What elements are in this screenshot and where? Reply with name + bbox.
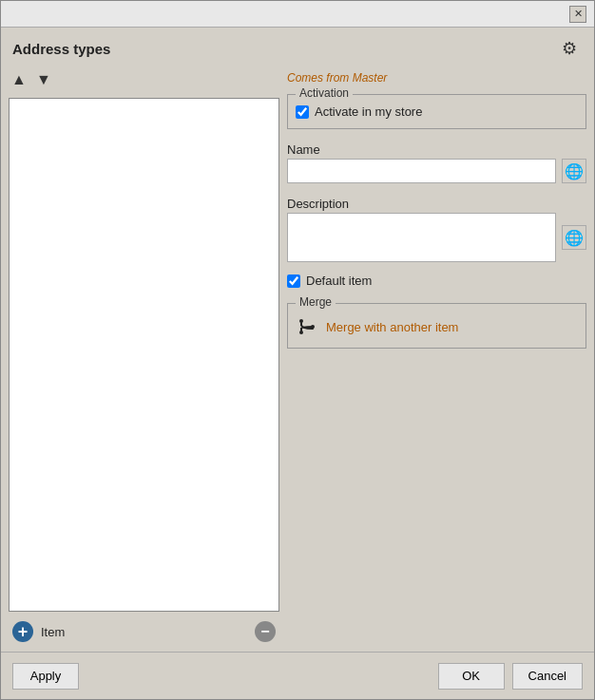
activation-group-title: Activation — [296, 86, 353, 100]
move-up-button[interactable]: ▲ — [9, 69, 29, 90]
description-label: Description — [287, 197, 586, 211]
name-globe-button[interactable]: 🌐 — [562, 159, 586, 183]
default-item-checkbox[interactable] — [287, 274, 300, 288]
list-actions: + Item − — [9, 615, 279, 648]
activation-group: Activation Activate in my store — [287, 94, 586, 129]
list-box[interactable] — [9, 98, 279, 612]
add-item-button[interactable]: + — [12, 621, 33, 642]
comes-from-master-label: Comes from Master — [287, 71, 586, 85]
apply-button[interactable]: Apply — [12, 663, 79, 690]
merge-text: Merge with another item — [326, 320, 458, 334]
right-panel: Comes from Master Activation Activate in… — [287, 69, 586, 648]
remove-item-button[interactable]: − — [255, 621, 276, 642]
description-field-section: Description 🌐 — [287, 189, 586, 262]
activate-checkbox[interactable] — [296, 105, 309, 119]
main-content: ▲ ▼ + Item − Comes from Master — [1, 66, 594, 652]
title-bar: ✕ — [1, 1, 594, 28]
settings-button[interactable]: ⚙ — [556, 35, 583, 62]
move-down-button[interactable]: ▼ — [33, 69, 54, 90]
dialog-header: Address types ⚙ — [1, 28, 594, 66]
footer: Apply OK Cancel — [1, 652, 594, 699]
ok-button[interactable]: OK — [438, 663, 505, 690]
item-label: Item — [41, 625, 65, 639]
dialog-title: Address types — [12, 41, 110, 57]
description-globe-button[interactable]: 🌐 — [562, 225, 586, 250]
dialog: ✕ Address types ⚙ ▲ ▼ + Item — [0, 0, 595, 700]
cancel-button[interactable]: Cancel — [512, 663, 583, 690]
name-label: Name — [287, 142, 586, 157]
description-input-row: 🌐 — [287, 213, 586, 262]
close-button[interactable]: ✕ — [569, 6, 586, 23]
description-input[interactable] — [287, 213, 556, 262]
name-input[interactable] — [287, 159, 556, 183]
default-item-label[interactable]: Default item — [306, 274, 372, 288]
footer-right: OK Cancel — [438, 663, 583, 690]
activate-checkbox-row: Activate in my store — [296, 99, 578, 121]
activate-label[interactable]: Activate in my store — [315, 104, 422, 119]
merge-group-title: Merge — [296, 295, 336, 309]
default-item-row: Default item — [287, 268, 586, 290]
merge-group: Merge Merge with another item — [287, 303, 586, 349]
merge-row[interactable]: Merge with another item — [296, 312, 578, 338]
left-panel: ▲ ▼ + Item − — [9, 69, 279, 648]
name-field-section: Name 🌐 — [287, 135, 586, 183]
merge-icon — [296, 315, 318, 338]
name-input-row: 🌐 — [287, 159, 586, 183]
